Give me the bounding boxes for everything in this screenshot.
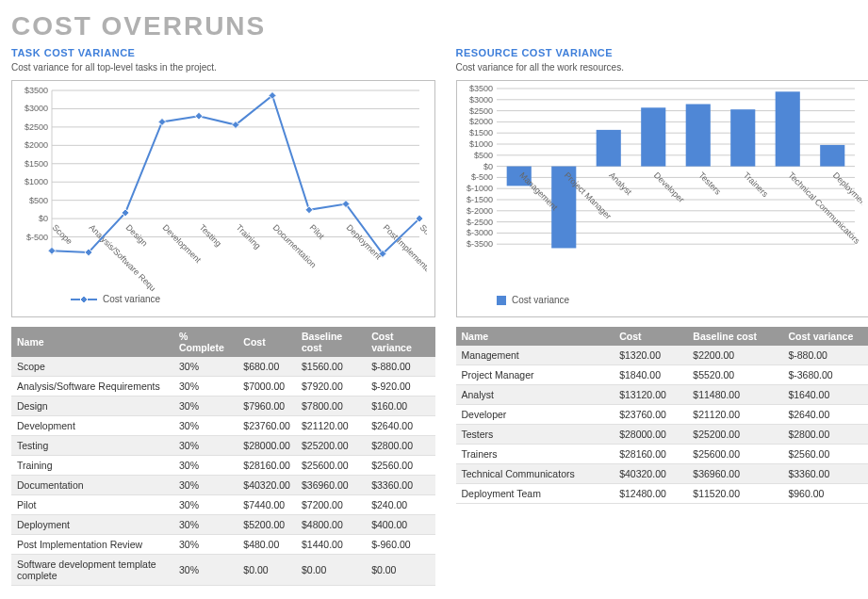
table-cell: $2800.00	[782, 425, 868, 445]
table-cell: $12480.00	[614, 484, 687, 504]
svg-rect-80	[775, 91, 799, 166]
table-cell: $7920.00	[296, 377, 366, 397]
svg-rect-81	[820, 145, 844, 167]
resource-variance-title: RESOURCE COST VARIANCE	[456, 47, 869, 58]
table-cell: Deployment Team	[456, 484, 614, 504]
table-cell: Testers	[456, 425, 614, 445]
table-cell: 30%	[173, 397, 237, 416]
table-cell: $11520.00	[687, 484, 782, 504]
table-cell: $-880.00	[366, 357, 434, 377]
table-cell: $0.00	[237, 555, 296, 586]
svg-text:Testing: Testing	[198, 222, 223, 248]
table-cell: $400.00	[366, 515, 434, 535]
table-cell: $28000.00	[237, 436, 296, 456]
svg-rect-79	[730, 109, 755, 166]
table-cell: Testing	[11, 436, 173, 456]
table-cell: $1640.00	[782, 385, 868, 405]
svg-text:$1500: $1500	[468, 128, 492, 138]
svg-text:$2000: $2000	[25, 140, 48, 150]
svg-text:$-1000: $-1000	[466, 184, 492, 193]
resource-row: Project Manager$1840.00$5520.00$-3680.00	[456, 365, 869, 385]
table-cell: $960.00	[782, 484, 868, 504]
table-cell: $7440.00	[237, 495, 296, 515]
table-cell: $36960.00	[687, 464, 782, 484]
table-cell: $28160.00	[614, 445, 687, 464]
task-variance-subtitle: Cost variance for all top-level tasks in…	[11, 62, 435, 73]
table-cell: $4800.00	[296, 515, 366, 535]
table-cell: $7960.00	[237, 397, 296, 416]
svg-text:$3500: $3500	[25, 86, 48, 95]
table-header: Cost	[237, 327, 296, 357]
svg-text:$2000: $2000	[468, 117, 492, 126]
line-chart-svg: $-500$0$500$1000$1500$2000$2500$3000$350…	[12, 81, 427, 316]
svg-marker-42	[80, 296, 88, 303]
table-cell: Documentation	[11, 476, 173, 495]
svg-text:$3000: $3000	[468, 95, 492, 105]
task-row: Analysis/Software Requirements30%$7000.0…	[11, 377, 435, 397]
svg-marker-34	[195, 112, 203, 120]
task-row: Development30%$23760.00$21120.00$2640.00	[11, 416, 435, 436]
task-row: Documentation30%$40320.00$36960.00$3360.…	[11, 476, 435, 495]
table-cell: 30%	[173, 377, 237, 397]
table-cell: Analyst	[456, 385, 614, 405]
svg-text:$-2000: $-2000	[466, 206, 492, 216]
table-cell: $480.00	[237, 535, 296, 555]
table-cell: $3360.00	[366, 476, 434, 495]
svg-text:Analysis/Software Requ: Analysis/Software Requ	[88, 222, 158, 293]
table-cell: $-880.00	[782, 346, 868, 365]
resource-table: NameCostBaseline costCost variance Manag…	[456, 327, 869, 504]
table-cell: 30%	[173, 535, 237, 555]
table-cell: Project Manager	[456, 365, 614, 385]
table-cell: $40320.00	[237, 476, 296, 495]
table-cell: Management	[456, 346, 614, 365]
svg-text:Cost variance: Cost variance	[103, 294, 161, 304]
table-header: Cost	[614, 327, 687, 346]
table-cell: 30%	[173, 515, 237, 535]
resource-row: Deployment Team$12480.00$11520.00$960.00	[456, 484, 869, 504]
table-cell: $2560.00	[366, 456, 434, 476]
table-header: Baseline cost	[296, 327, 366, 357]
table-cell: $28000.00	[614, 425, 687, 445]
table-cell: $240.00	[366, 495, 434, 515]
resource-row: Testers$28000.00$25200.00$2800.00	[456, 425, 869, 445]
table-cell: $36960.00	[296, 476, 366, 495]
task-row: Training30%$28160.00$25600.00$2560.00	[11, 456, 435, 476]
table-cell: $7800.00	[296, 397, 366, 416]
table-cell: Software development template complete	[11, 555, 173, 586]
bar-chart-svg: $-3500$-3000$-2500$-2000$-1500$-1000$-50…	[457, 81, 862, 316]
table-cell: $160.00	[366, 397, 434, 416]
svg-text:$3500: $3500	[468, 84, 492, 93]
svg-marker-37	[305, 206, 313, 214]
table-cell: $3360.00	[782, 464, 868, 484]
table-cell: Deployment	[11, 515, 173, 535]
table-cell: 30%	[173, 416, 237, 436]
table-cell: Technical Communicators	[456, 464, 614, 484]
task-row: Testing30%$28000.00$25200.00$2800.00	[11, 436, 435, 456]
table-cell: Developer	[456, 405, 614, 425]
svg-rect-76	[596, 130, 620, 167]
table-cell: Scope	[11, 357, 173, 377]
table-cell: $1440.00	[296, 535, 366, 555]
table-cell: $2640.00	[782, 405, 868, 425]
table-cell: $23760.00	[614, 405, 687, 425]
table-cell: $1840.00	[614, 365, 687, 385]
table-cell: 30%	[173, 555, 237, 586]
table-cell: $1320.00	[614, 346, 687, 365]
table-cell: $28160.00	[237, 456, 296, 476]
svg-text:Development: Development	[161, 222, 204, 265]
table-cell: Design	[11, 397, 173, 416]
table-cell: $7200.00	[296, 495, 366, 515]
table-cell: $40320.00	[614, 464, 687, 484]
resource-row: Management$1320.00$2200.00$-880.00	[456, 346, 869, 365]
task-row: Design30%$7960.00$7800.00$160.00	[11, 397, 435, 416]
table-cell: 30%	[173, 436, 237, 456]
svg-text:$0: $0	[483, 162, 492, 171]
table-cell: $25600.00	[296, 456, 366, 476]
svg-text:$1000: $1000	[25, 177, 48, 186]
table-cell: $5520.00	[687, 365, 782, 385]
svg-text:$1500: $1500	[25, 159, 48, 169]
svg-text:Cost variance: Cost variance	[512, 295, 570, 305]
table-cell: $2200.00	[687, 346, 782, 365]
table-cell: Analysis/Software Requirements	[11, 377, 173, 397]
svg-text:$-3000: $-3000	[466, 228, 492, 237]
